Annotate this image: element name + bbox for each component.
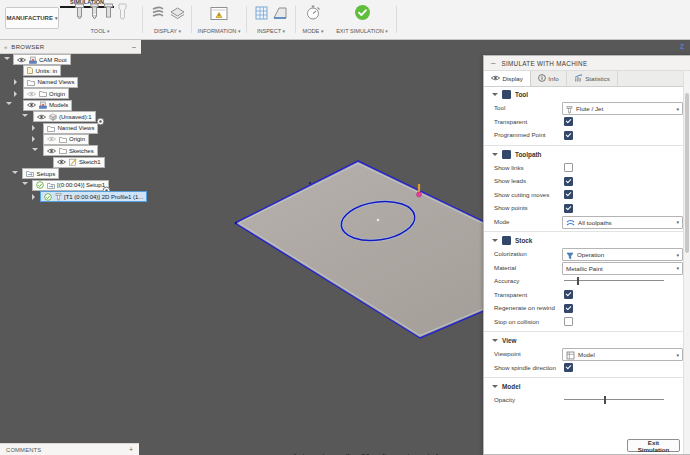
- tree-item-units-in[interactable]: Units: in: [23, 65, 61, 76]
- checkbox-regenerate-on-rewind[interactable]: [564, 304, 573, 313]
- tree-expand-chevron[interactable]: [14, 91, 17, 97]
- visibility-eye-icon[interactable]: [27, 91, 36, 97]
- ribbon-group-exit-simulation: EXIT SIMULATION ▾: [331, 6, 393, 34]
- tree-row-units-in: Units: in: [0, 65, 200, 75]
- section-collapse-triangle[interactable]: [492, 153, 498, 156]
- dropdown-colorization[interactable]: Operation▾: [562, 248, 683, 261]
- checkbox-section-toolpath[interactable]: [502, 150, 511, 159]
- tool-bit-icon[interactable]: [73, 3, 86, 25]
- exit-simulation-menu[interactable]: EXIT SIMULATION ▾: [331, 28, 393, 34]
- scrollbar-thumb[interactable]: [685, 93, 689, 253]
- tab-info[interactable]: Info: [531, 71, 567, 86]
- dropdown-material[interactable]: Metallic Paint▾: [562, 262, 683, 275]
- tree-expand-chevron[interactable]: [32, 136, 35, 142]
- chevron-down-icon: ▾: [676, 265, 679, 271]
- checkbox-show-cutting-moves[interactable]: [564, 190, 573, 199]
- visibility-eye-icon[interactable]: [37, 114, 46, 120]
- simulate-with-machine-dialog: – SIMULATE WITH MACHINE DisplayInfoStati…: [483, 55, 690, 455]
- visibility-eye-icon[interactable]: [17, 57, 26, 63]
- inspect-menu[interactable]: INSPECT ▾: [248, 28, 294, 34]
- tree-item-named-views[interactable]: Named Views: [23, 77, 78, 88]
- section-header-toolpath: Toolpath: [484, 148, 683, 161]
- browser-minimize-button[interactable]: –: [132, 44, 136, 50]
- checkbox-show-spindle-direction[interactable]: [564, 363, 573, 372]
- tree-item-0-00-04-setup1[interactable]: [(0:00:04)] Setup1: [32, 180, 109, 191]
- simulation-mode-icon[interactable]: [305, 4, 321, 25]
- comments-bar[interactable]: COMMENTS +: [0, 443, 139, 455]
- tab-display[interactable]: Display: [484, 71, 531, 86]
- tree-collapse-chevron[interactable]: [12, 171, 18, 174]
- checkbox-transparent[interactable]: [564, 117, 573, 126]
- dropdown-mode[interactable]: All toolpaths▾: [562, 216, 683, 229]
- stock-display-icon[interactable]: [169, 5, 186, 25]
- information-menu[interactable]: INFORMATION ▾: [193, 28, 245, 34]
- tree-expand-chevron[interactable]: [14, 79, 17, 85]
- slider-thumb[interactable]: [577, 277, 579, 286]
- toolpath-display-icon[interactable]: [150, 5, 166, 25]
- cam-icon: [29, 56, 37, 64]
- section-collapse-triangle[interactable]: [492, 339, 498, 342]
- setting-label: Tool: [494, 104, 505, 111]
- tree-item-models[interactable]: Models: [23, 100, 72, 111]
- tool-bit-icon[interactable]: [89, 3, 100, 25]
- tool-bit-ghost-icon[interactable]: [117, 3, 128, 25]
- tool-bit-icon[interactable]: [103, 3, 114, 25]
- tree-row-sketch1: Sketch1: [0, 157, 200, 167]
- section-collapse-triangle[interactable]: [492, 239, 498, 242]
- tree-item-unsaved-1[interactable]: (Unsaved):1: [33, 111, 96, 122]
- setting-row-opacity: Opacity: [484, 393, 683, 407]
- checkbox-show-links[interactable]: [564, 163, 573, 172]
- measure-shape-icon[interactable]: [272, 5, 289, 25]
- dropdown-viewpoint[interactable]: Model▾: [562, 348, 683, 361]
- dialog-collapse-button[interactable]: –: [491, 60, 495, 66]
- dropdown-tool[interactable]: Flute / Jet▾: [562, 102, 683, 115]
- tree-expand-chevron[interactable]: [32, 125, 35, 131]
- browser-dock-icon[interactable]: «: [4, 44, 7, 50]
- checkbox-show-points[interactable]: [564, 204, 573, 213]
- tree-item-named-views[interactable]: Named Views: [43, 123, 98, 134]
- tree-collapse-chevron[interactable]: [32, 148, 38, 151]
- exit-simulation-button[interactable]: Exit Simulation: [627, 439, 680, 452]
- display-menu[interactable]: DISPLAY ▾: [145, 28, 190, 34]
- add-comment-button[interactable]: +: [129, 447, 133, 453]
- visibility-eye-icon[interactable]: [57, 159, 66, 165]
- tree-item-origin[interactable]: Origin: [23, 88, 69, 99]
- slider-opacity[interactable]: [564, 393, 664, 406]
- tab-statistics[interactable]: Statistics: [567, 71, 618, 86]
- tree-collapse-chevron[interactable]: [4, 57, 10, 60]
- slider-thumb[interactable]: [604, 396, 606, 405]
- checkbox-programmed-point[interactable]: [564, 131, 573, 140]
- tree-item-sketch1[interactable]: Sketch1: [53, 157, 105, 168]
- checkbox-section-stock[interactable]: [502, 236, 511, 245]
- tree-expand-chevron[interactable]: [32, 194, 35, 200]
- visibility-eye-icon[interactable]: [47, 136, 56, 142]
- dialog-scrollbar[interactable]: [683, 71, 690, 454]
- checkbox-show-leads[interactable]: [564, 177, 573, 186]
- section-divider: [484, 231, 683, 232]
- tree-item-origin[interactable]: Origin: [43, 134, 89, 145]
- tree-item-setups[interactable]: Setups: [22, 168, 59, 179]
- section-collapse-triangle[interactable]: [492, 385, 498, 388]
- tool-menu[interactable]: TOOL ▾: [60, 28, 140, 34]
- tree-row-setups: Setups: [0, 168, 200, 178]
- visibility-eye-icon[interactable]: [27, 102, 36, 108]
- tree-collapse-chevron[interactable]: [22, 182, 28, 185]
- tree-item-sketches[interactable]: Sketches: [43, 145, 98, 156]
- checkbox-transparent[interactable]: [564, 290, 573, 299]
- tree-row-sketches: Sketches: [0, 145, 200, 155]
- tree-item-cam-root[interactable]: CAM Root: [13, 54, 71, 65]
- tree-collapse-chevron[interactable]: [22, 114, 28, 117]
- mode-menu[interactable]: MODE ▾: [296, 28, 330, 34]
- slider-accuracy[interactable]: [564, 274, 664, 287]
- setting-label: Stop on collision: [494, 318, 539, 325]
- section-table-icon[interactable]: [254, 5, 269, 25]
- checkbox-section-tool[interactable]: [502, 90, 511, 99]
- workspace-selector[interactable]: MANUFACTURE ▾: [5, 7, 59, 29]
- information-panel-icon[interactable]: [210, 6, 228, 25]
- tree-collapse-chevron[interactable]: [6, 102, 12, 105]
- tree-item-t1-0-00-04-2d-profile1-1[interactable]: [T1 (0:00:04)] 2D Profile1 (1...: [40, 191, 147, 202]
- visibility-eye-icon[interactable]: [47, 148, 56, 154]
- checkbox-stop-on-collision[interactable]: [564, 317, 573, 326]
- section-collapse-triangle[interactable]: [492, 93, 498, 96]
- exit-simulation-check-icon[interactable]: [354, 4, 371, 25]
